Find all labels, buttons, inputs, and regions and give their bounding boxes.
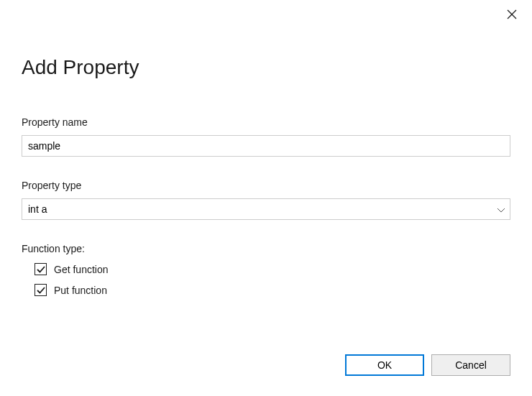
get-function-label[interactable]: Get function [54,264,109,275]
dialog-title: Add Property [22,56,139,79]
property-type-input[interactable] [22,198,510,220]
property-type-label: Property type [22,180,510,191]
get-function-checkbox[interactable] [35,263,47,275]
put-function-label[interactable]: Put function [54,285,107,296]
property-name-label: Property name [22,116,510,128]
ok-button[interactable]: OK [345,354,424,376]
checkmark-icon [37,286,45,295]
cancel-button[interactable]: Cancel [431,354,510,376]
property-name-input[interactable] [22,135,510,157]
put-function-checkbox[interactable] [35,284,47,296]
function-type-label: Function type: [22,243,510,254]
property-type-combobox[interactable] [22,198,510,220]
checkmark-icon [37,265,45,274]
close-icon [507,9,517,19]
close-button[interactable] [506,9,518,20]
